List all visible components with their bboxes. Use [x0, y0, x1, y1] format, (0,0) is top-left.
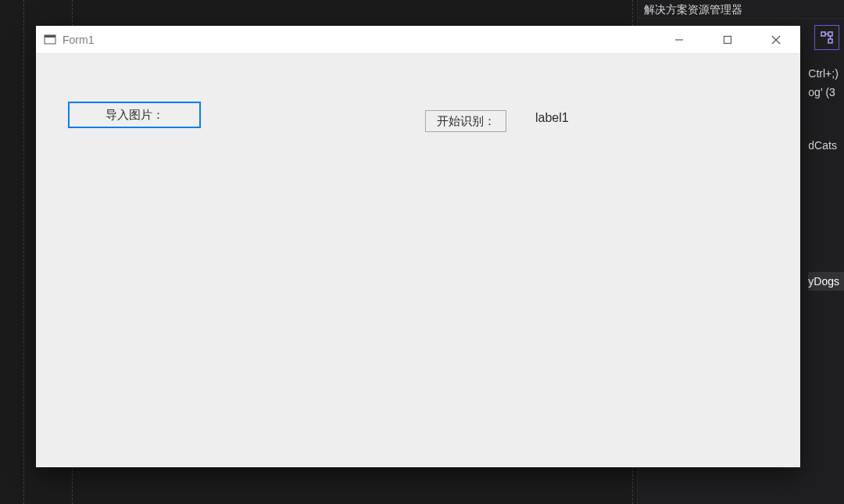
window-titlebar[interactable]: Form1	[36, 26, 800, 53]
minimize-icon	[674, 35, 684, 45]
tree-gap	[808, 155, 844, 272]
maximize-icon	[723, 35, 732, 45]
label1: label1	[535, 111, 569, 125]
close-button[interactable]	[752, 26, 800, 53]
tree-item[interactable]: og' (3	[808, 83, 844, 102]
tree-gap	[808, 102, 844, 136]
guide-line	[23, 0, 24, 504]
svg-rect-0	[821, 32, 825, 36]
solution-tree-fragments: Ctrl+;) og' (3 dCats yDogs	[808, 64, 844, 291]
shortcut-hint: Ctrl+;)	[808, 64, 844, 83]
form-client-area[interactable]: 导入图片： 开始识别： label1	[36, 53, 800, 467]
start-recognize-button[interactable]: 开始识别：	[425, 110, 506, 132]
svg-rect-2	[828, 39, 832, 43]
window-controls	[655, 26, 800, 53]
maximize-button[interactable]	[703, 26, 752, 53]
tree-item[interactable]: dCats	[808, 136, 844, 155]
form-icon	[44, 34, 56, 46]
svg-rect-1	[828, 32, 832, 36]
solution-explorer-toolbar	[814, 25, 839, 50]
svg-rect-6	[724, 36, 731, 43]
import-image-button[interactable]: 导入图片：	[69, 102, 200, 127]
tree-item-selected[interactable]: yDogs	[808, 272, 844, 291]
switch-views-icon[interactable]	[814, 25, 839, 50]
svg-rect-4	[45, 35, 55, 38]
window-title: Form1	[63, 34, 94, 46]
form-designer-window[interactable]: Form1 导入图片： 开始识别： label1	[36, 26, 800, 467]
solution-explorer-title: 解决方案资源管理器	[638, 0, 844, 19]
hierarchy-icon	[819, 30, 835, 45]
minimize-button[interactable]	[655, 26, 703, 53]
close-icon	[771, 35, 781, 45]
